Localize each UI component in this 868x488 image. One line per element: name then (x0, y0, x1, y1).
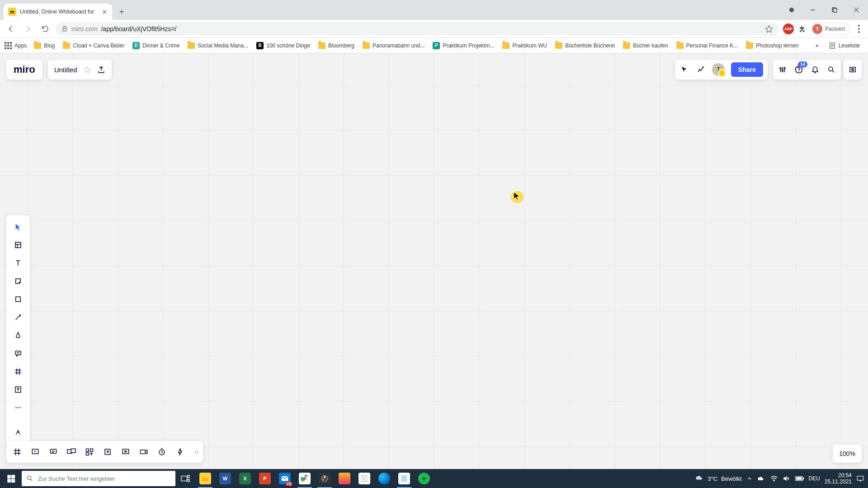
start-button[interactable] (0, 469, 22, 488)
taskbar-app-excel[interactable]: X (235, 469, 255, 488)
board-title[interactable]: Untitled (54, 66, 77, 74)
profile-chip[interactable]: T Pausiert (811, 23, 850, 35)
tray-volume-icon[interactable] (783, 475, 791, 482)
help-button[interactable]: 14 (794, 65, 804, 74)
bookmark-item[interactable]: Photoshop lernen (742, 41, 802, 51)
bookmark-item[interactable]: Bücherliste Bücherei (552, 41, 618, 51)
url-host: miro.com (71, 25, 98, 33)
svg-rect-35 (188, 479, 189, 482)
star-icon[interactable] (765, 25, 773, 33)
taskbar-app-word[interactable]: W (215, 469, 235, 488)
recording-indicator-icon[interactable] (789, 8, 794, 12)
search-icon[interactable] (826, 66, 836, 74)
taskbar-search[interactable]: Zur Suche Text hier eingeben (22, 471, 175, 486)
bookmark-item[interactable]: Panoramabahn und... (359, 41, 428, 51)
browser-tab[interactable]: m Untitled, Online Whiteboard for (4, 4, 112, 20)
miro-logo[interactable]: miro (6, 60, 42, 80)
reactions-icon[interactable] (696, 66, 706, 74)
taskbar-app-notepad[interactable] (394, 469, 414, 488)
tray-wifi-icon[interactable] (770, 475, 778, 482)
extensions-icon[interactable] (798, 25, 807, 33)
bookmark-item[interactable]: Cload + Canva Bilder (59, 41, 128, 51)
tray-clock[interactable]: 20:54 25.11.2021 (825, 472, 852, 485)
taskbar-app-obs[interactable] (315, 469, 335, 488)
share-button[interactable]: Share (731, 62, 763, 77)
bt-voting[interactable] (174, 446, 186, 458)
notifications-icon[interactable] (810, 66, 820, 74)
tool-apps[interactable] (9, 425, 27, 441)
export-button[interactable] (97, 66, 105, 74)
bookmark-item[interactable]: DDinner & Crime (129, 40, 183, 51)
svg-point-46 (773, 480, 774, 481)
close-window-button[interactable] (846, 3, 866, 17)
bt-timer[interactable] (156, 446, 168, 458)
back-button[interactable] (5, 23, 17, 35)
url-input[interactable]: miro.com/app/board/uXjVOf85Hzs=/ (56, 22, 778, 36)
bookmark-item[interactable]: PPraktikum Projektm... (429, 40, 498, 51)
tool-sticky-note[interactable] (9, 273, 27, 289)
close-icon[interactable] (101, 9, 108, 15)
canvas[interactable] (0, 53, 868, 469)
bookmark-item[interactable]: Bücher kaufen (619, 41, 671, 51)
bt-activities[interactable] (83, 446, 96, 458)
minimize-button[interactable] (803, 3, 823, 17)
new-tab-button[interactable] (115, 5, 128, 19)
side-panel-button[interactable] (844, 60, 862, 80)
svg-point-6 (782, 70, 783, 71)
reading-list-button[interactable]: Leseliste (825, 40, 863, 51)
bookmark-item[interactable]: Blog (30, 41, 58, 51)
maximize-button[interactable] (825, 3, 844, 17)
bt-presentation[interactable] (29, 446, 42, 458)
tool-select[interactable] (9, 219, 27, 235)
apps-button[interactable]: Apps (5, 42, 27, 49)
bt-export[interactable] (101, 446, 114, 458)
bt-screenshare[interactable] (65, 446, 78, 458)
tool-upload[interactable] (9, 381, 27, 398)
taskbar-app-chrome[interactable] (295, 469, 315, 488)
tool-connection-line[interactable] (9, 309, 27, 325)
taskbar-app-spotify[interactable] (414, 469, 434, 488)
taskbar-app-edge[interactable] (374, 469, 394, 488)
bookmark-item[interactable]: Praktikum WU (499, 41, 551, 51)
settings-icon[interactable] (778, 66, 788, 74)
tool-templates[interactable] (9, 237, 27, 253)
bookmark-item[interactable]: Personal Finance K... (673, 41, 742, 51)
bt-embed[interactable] (119, 446, 132, 458)
tool-more[interactable] (9, 399, 27, 416)
cursor-icon[interactable] (679, 66, 689, 74)
tool-shape[interactable] (9, 291, 27, 307)
forward-button[interactable] (22, 23, 34, 35)
taskbar-app-generic1[interactable] (335, 469, 354, 488)
tray-notifications-icon[interactable] (856, 475, 864, 482)
taskbar-app-generic2[interactable] (354, 469, 374, 488)
zoom-indicator[interactable]: 100% (833, 445, 862, 463)
taskbar-app-explorer[interactable] (195, 469, 215, 488)
bookmark-item[interactable]: Social Media Mana... (184, 41, 252, 51)
svg-rect-2 (63, 28, 66, 31)
tool-text[interactable] (9, 255, 27, 271)
user-avatar[interactable]: T (712, 63, 725, 76)
chrome-menu-button[interactable] (854, 25, 863, 33)
taskview-button[interactable] (175, 469, 195, 488)
tray-onedrive-icon[interactable] (757, 475, 765, 482)
star-board-button[interactable] (84, 66, 91, 73)
bookmark-item[interactable]: Bloomberg (315, 41, 358, 51)
weather-widget[interactable]: 3°C Bewölkt (695, 474, 741, 483)
reload-button[interactable] (39, 23, 52, 35)
tool-pen[interactable] (9, 327, 27, 343)
bookmarks-overflow-button[interactable]: » (816, 42, 819, 49)
abp-extension-icon[interactable]: ABP (783, 23, 794, 34)
taskbar-app-mail[interactable]: 73 (275, 469, 295, 488)
tool-frame[interactable] (9, 363, 27, 380)
tool-comment[interactable] (9, 345, 27, 361)
bt-record[interactable] (137, 446, 150, 458)
svg-rect-12 (15, 242, 21, 248)
bookmark-item[interactable]: B100 schöne Dinge (253, 40, 314, 51)
tray-battery-icon[interactable] (795, 476, 804, 481)
bt-comments[interactable] (47, 446, 60, 458)
tray-language[interactable]: DEU (809, 475, 820, 482)
tray-chevron-up-icon[interactable] (746, 475, 753, 482)
bt-collapse[interactable]: ‹‹ (194, 448, 198, 455)
taskbar-app-powerpoint[interactable]: P (255, 469, 275, 488)
bt-frames[interactable] (11, 446, 24, 458)
